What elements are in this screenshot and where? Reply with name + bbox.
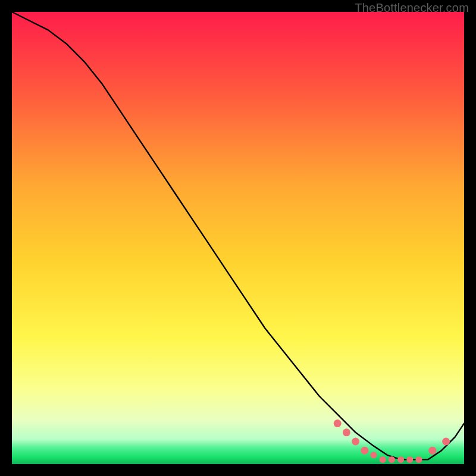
optimal-dot — [442, 438, 450, 446]
optimal-dot — [371, 452, 377, 458]
optimal-dot — [406, 456, 413, 463]
watermark-text: TheBottlenecker.com — [355, 1, 469, 15]
optimal-dot — [428, 447, 436, 455]
bottleneck-chart — [12, 12, 464, 464]
heatmap-background — [12, 12, 464, 464]
optimal-dot — [343, 428, 350, 436]
optimal-dot — [380, 456, 386, 463]
optimal-dot — [416, 456, 422, 463]
optimal-dot — [361, 447, 368, 455]
chart-stage: TheBottlenecker.com — [0, 0, 476, 476]
optimal-dot — [389, 456, 395, 463]
optimal-dot — [334, 419, 342, 427]
optimal-dot — [352, 438, 359, 446]
optimal-dot — [397, 456, 404, 463]
